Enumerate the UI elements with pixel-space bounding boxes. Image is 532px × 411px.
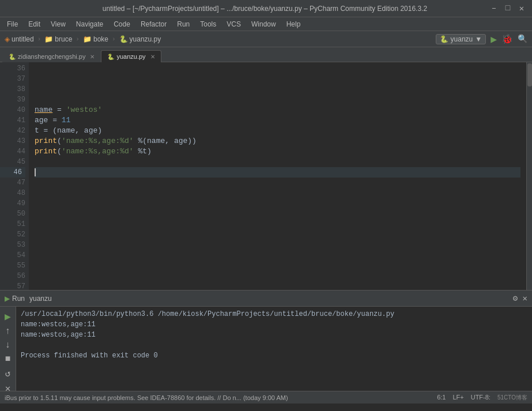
- editor-scrollbar[interactable]: [526, 62, 532, 290]
- watermark: 51CTO博客: [497, 394, 527, 402]
- run-config-selector[interactable]: 🐍 yuanzu ▼: [436, 34, 486, 44]
- run-close-all-button[interactable]: ✕: [5, 383, 11, 394]
- nav-bar: ◈ untitled › 📁 bruce › 📁 boke › 🐍 yuanzu…: [0, 31, 532, 47]
- folder-icon-2: 📁: [83, 35, 92, 43]
- encoding: UTF-8:: [471, 394, 491, 402]
- run-config-label: yuanzu: [451, 35, 473, 43]
- code-line-36: [35, 63, 520, 74]
- run-content: ▶ ↑ ↓ ■ ↺ ✕ /usr/local/python3/bin/pytho…: [0, 307, 532, 391]
- run-command-line: /usr/local/python3/bin/python3.6 /home/k…: [21, 309, 527, 319]
- code-line-38: [35, 84, 520, 95]
- text-cursor: [35, 168, 36, 176]
- run-play-button[interactable]: ▶: [5, 310, 11, 323]
- search-button[interactable]: 🔍: [518, 34, 527, 44]
- cursor-position: 6:1: [437, 394, 446, 402]
- tab-icon-zidian: 🐍: [9, 54, 16, 60]
- line-ending: LF+: [452, 394, 463, 402]
- code-line-56: [35, 271, 520, 281]
- py-icon-run: 🐍: [440, 35, 448, 43]
- menu-item-refactor[interactable]: Refactor: [136, 19, 171, 29]
- menu-item-run[interactable]: Run: [172, 19, 194, 29]
- nav-file[interactable]: yuanzu.py: [130, 35, 161, 43]
- window-title: untitled – [~/PycharmProjects/untitled] …: [40, 5, 489, 13]
- py-icon-nav: 🐍: [119, 35, 128, 43]
- run-sidebar: ▶ ↑ ↓ ■ ↺ ✕: [0, 307, 16, 391]
- tab-close-zidian[interactable]: ✕: [90, 54, 95, 60]
- nav-sep-3: ›: [112, 36, 116, 43]
- run-output-line3: [21, 340, 527, 350]
- menu-item-code[interactable]: Code: [109, 19, 135, 29]
- run-icon: ▶: [5, 295, 10, 303]
- folder-icon-1: 📁: [44, 35, 53, 43]
- close-button[interactable]: ✕: [517, 3, 526, 13]
- code-line-41: age = 11: [35, 115, 520, 126]
- menu-item-file[interactable]: File: [2, 19, 22, 29]
- run-up-button[interactable]: ↑: [5, 326, 11, 337]
- nav-sep-2: ›: [76, 36, 80, 43]
- run-config-arrow: ▼: [475, 35, 482, 43]
- run-label: Run: [12, 295, 25, 303]
- tab-label-yuanzu: yuanzu.py: [116, 53, 145, 60]
- menu-item-window[interactable]: Window: [247, 19, 281, 29]
- scrollbar-thumb: [527, 63, 532, 86]
- status-message: iBus prior to 1.5.11 may cause input pro…: [5, 394, 435, 401]
- editor-tabs: 🐍 zidianshengchengshi.py ✕ 🐍 yuanzu.py ✕: [0, 47, 532, 62]
- minimize-button[interactable]: –: [489, 3, 499, 13]
- project-icon: ◈: [5, 35, 10, 43]
- tab-yuanzu[interactable]: 🐍 yuanzu.py ✕: [101, 50, 161, 62]
- maximize-button[interactable]: □: [503, 3, 512, 13]
- code-line-48: [35, 188, 520, 198]
- run-button[interactable]: ▶: [491, 33, 497, 46]
- title-bar: untitled – [~/PycharmProjects/untitled] …: [0, 0, 532, 17]
- run-panel: ▶ Run yuanzu ⚙ ✕ ▶ ↑ ↓ ■ ↺ ✕ /usr/local/…: [0, 290, 532, 391]
- code-line-47: [35, 178, 520, 188]
- status-right: 6:1 LF+ UTF-8: 51CTO博客: [437, 394, 527, 402]
- menu-item-view[interactable]: View: [46, 19, 70, 29]
- code-line-37: [35, 74, 520, 84]
- code-line-42: t = (name, age): [35, 126, 520, 136]
- code-line-40: name = 'westos': [35, 105, 520, 115]
- debug-button[interactable]: 🐞: [501, 33, 513, 45]
- run-rerun-button[interactable]: ↺: [5, 368, 11, 379]
- run-output: /usr/local/python3/bin/python3.6 /home/k…: [16, 307, 532, 391]
- menu-item-vcs[interactable]: VCS: [222, 19, 246, 29]
- nav-project[interactable]: untitled: [12, 35, 34, 43]
- menu-item-tools[interactable]: Tools: [195, 19, 221, 29]
- tab-icon-yuanzu: 🐍: [107, 54, 114, 60]
- run-output-line1: name:westos,age:11: [21, 319, 527, 330]
- code-line-52: [35, 229, 520, 240]
- code-line-45: [35, 157, 520, 167]
- run-settings-button[interactable]: ⚙ ✕: [513, 293, 527, 303]
- code-line-53: [35, 240, 520, 250]
- run-tab-label[interactable]: ▶ Run yuanzu: [5, 295, 52, 303]
- code-line-55: [35, 261, 520, 271]
- nav-folder1[interactable]: bruce: [55, 35, 72, 43]
- code-line-46: [35, 167, 520, 178]
- line-numbers: 36 37 38 39 40 41 42 43 44 45 46 47 48 4…: [0, 62, 29, 290]
- code-line-49: [35, 198, 520, 209]
- menu-bar: FileEditViewNavigateCodeRefactorRunTools…: [0, 17, 532, 31]
- code-line-50: [35, 209, 520, 219]
- run-exit-code: Process finished with exit code 0: [21, 350, 527, 361]
- editor-container: 36 37 38 39 40 41 42 43 44 45 46 47 48 4…: [0, 62, 532, 290]
- run-output-line2: name:westos,age:11: [21, 330, 527, 340]
- status-bar: iBus prior to 1.5.11 may cause input pro…: [0, 391, 532, 404]
- run-stop-button[interactable]: ■: [5, 354, 11, 364]
- tab-close-yuanzu[interactable]: ✕: [150, 54, 155, 60]
- code-line-44: print('name:%s,age:%d' %t): [35, 146, 520, 157]
- nav-folder2[interactable]: boke: [93, 35, 108, 43]
- code-line-54: [35, 250, 520, 261]
- tab-zidian[interactable]: 🐍 zidianshengchengshi.py ✕: [2, 50, 101, 62]
- menu-item-navigate[interactable]: Navigate: [71, 19, 108, 29]
- code-editor[interactable]: name = 'westos' age = 11 t = (name, age)…: [29, 62, 526, 290]
- code-line-39: [35, 95, 520, 105]
- menu-item-edit[interactable]: Edit: [24, 19, 45, 29]
- tab-label-zidian: zidianshengchengshi.py: [18, 53, 85, 60]
- run-config-name: yuanzu: [29, 295, 52, 303]
- code-line-51: [35, 219, 520, 229]
- code-line-43: print('name:%s,age:%d' %(name, age)): [35, 136, 520, 146]
- code-line-57: [35, 281, 520, 290]
- menu-item-help[interactable]: Help: [282, 19, 305, 29]
- run-down-button[interactable]: ↓: [5, 340, 11, 350]
- nav-sep-1: ›: [37, 36, 41, 43]
